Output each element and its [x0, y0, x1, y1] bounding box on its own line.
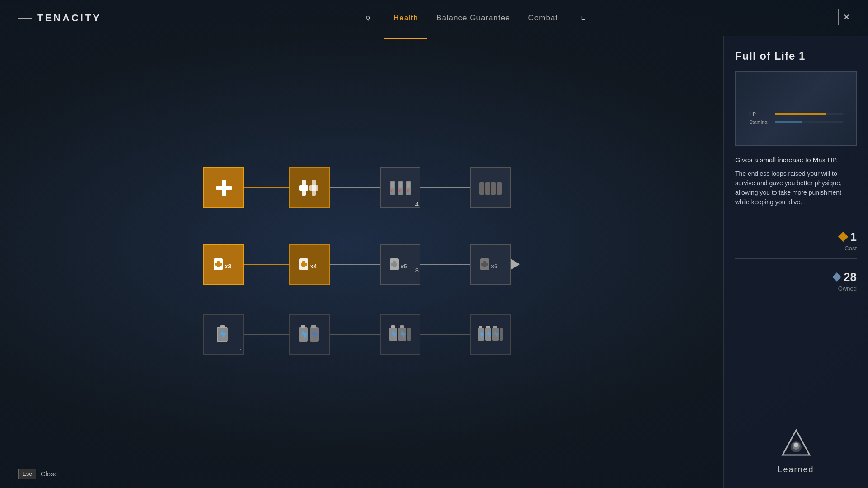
skill-node-r3c2[interactable] — [289, 314, 330, 355]
right-key[interactable]: E — [576, 11, 590, 25]
badge-r1c3: 4 — [415, 201, 419, 208]
svg-rect-15 — [312, 180, 316, 196]
skill-node-r3c3[interactable] — [380, 314, 420, 355]
learned-icon-container — [780, 428, 812, 461]
hp-label: HP — [749, 111, 772, 117]
svg-rect-50 — [220, 325, 225, 328]
stamina-bar-row: Stamina — [749, 119, 843, 125]
skill-tree-area: ♥ ♥ ♥ 4 ♥ ♥ ♥ ♥ — [0, 36, 723, 488]
header: TENACITY Q Health Balance Guarantee Comb… — [0, 0, 868, 36]
vials4-icon: ♥ ♥ ♥ ♥ — [478, 178, 503, 198]
svg-rect-59 — [407, 328, 411, 341]
skill-node-r1c4[interactable]: ♥ ♥ ♥ ♥ — [470, 167, 511, 208]
svg-rect-56 — [391, 325, 395, 328]
svg-text:♥: ♥ — [480, 188, 482, 192]
cost-value: 1 — [850, 230, 857, 244]
svg-text:♥: ♥ — [406, 188, 409, 193]
medkit-x6-icon: x6 — [479, 255, 502, 274]
close-label: Close — [41, 470, 58, 478]
skill-node-r1c3[interactable]: ♥ ♥ ♥ 4 — [380, 167, 420, 208]
owned-label: Owned — [834, 285, 857, 292]
skill-grid: ♥ ♥ ♥ 4 ♥ ♥ ♥ ♥ — [190, 154, 561, 371]
close-button[interactable]: ✕ — [838, 9, 854, 25]
svg-text:x4: x4 — [310, 263, 317, 270]
title-dash — [18, 18, 32, 19]
skill-description: Gives a small increase to Max HP. The en… — [735, 155, 857, 207]
hp-bar-bg — [775, 113, 843, 115]
svg-rect-35 — [215, 263, 222, 266]
svg-rect-39 — [301, 263, 307, 266]
svg-rect-19 — [399, 182, 402, 188]
battery3-icon — [388, 324, 412, 344]
footer: Esc Close — [18, 469, 58, 479]
left-key[interactable]: Q — [361, 11, 375, 25]
svg-text:♥: ♥ — [390, 188, 392, 193]
cost-label: Cost — [840, 245, 857, 252]
cost-diamond-icon — [838, 232, 848, 242]
svg-rect-54 — [311, 325, 316, 328]
svg-rect-63 — [486, 326, 490, 328]
svg-text:♥: ♥ — [486, 188, 488, 192]
tab-combat[interactable]: Combat — [519, 10, 567, 26]
owned-row: 28 Owned — [735, 270, 857, 292]
skill-node-r2c4[interactable]: x6 — [470, 244, 511, 285]
preview-bars: HP Stamina — [749, 111, 843, 127]
medkit-x5-icon: x5 — [389, 255, 411, 274]
svg-rect-13 — [302, 180, 306, 196]
tab-health[interactable]: Health — [384, 10, 427, 26]
divider-1 — [735, 223, 857, 223]
battery2-icon — [298, 324, 321, 344]
svg-rect-43 — [391, 263, 397, 266]
svg-rect-17 — [391, 182, 394, 188]
detail-panel: Full of Life 1 HP Stamina Gives a sma — [723, 36, 868, 488]
nav-tabs: Q Health Balance Guarantee Combat E — [128, 10, 823, 26]
hp-bar-fill — [775, 113, 826, 115]
learned-label: Learned — [778, 465, 814, 474]
svg-point-70 — [794, 443, 798, 447]
title-section: TENACITY — [0, 12, 101, 24]
skill-node-r1c1[interactable] — [203, 167, 244, 208]
tab-balance[interactable]: Balance Guarantee — [427, 10, 519, 26]
esc-key: Esc — [18, 469, 36, 479]
skill-node-r2c3[interactable]: x5 8 — [380, 244, 420, 285]
svg-rect-61 — [479, 326, 482, 328]
svg-rect-52 — [301, 325, 305, 328]
description-title: Gives a small increase to Max HP. — [735, 155, 857, 165]
svg-rect-11 — [222, 180, 226, 196]
hp-bar-row: HP — [749, 111, 843, 117]
svg-text:♥: ♥ — [398, 188, 401, 193]
medkit-x4-icon: x4 — [298, 255, 321, 274]
skill-node-r3c1[interactable]: 1 — [203, 314, 244, 355]
battery4-icon — [477, 324, 504, 344]
game-title: TENACITY — [37, 12, 101, 24]
svg-text:x3: x3 — [225, 263, 231, 270]
svg-text:♥: ♥ — [491, 188, 494, 192]
learned-section: Learned — [735, 419, 857, 474]
skill-node-r2c2[interactable]: x4 — [289, 244, 330, 285]
owned-diamond-icon — [832, 272, 841, 282]
learned-icon — [780, 428, 812, 460]
skill-node-r1c2[interactable] — [289, 167, 330, 208]
skill-preview: HP Stamina — [735, 71, 857, 146]
svg-text:x5: x5 — [401, 263, 407, 270]
bandage-icon — [214, 178, 234, 198]
description-body: The endless loops raised your will to su… — [735, 170, 842, 206]
stamina-bar-bg — [775, 121, 843, 123]
svg-text:♥: ♥ — [497, 188, 500, 192]
battery1-icon — [214, 324, 234, 344]
skill-node-r3c4[interactable] — [470, 314, 511, 355]
skill-node-r2c1[interactable]: x3 — [203, 244, 244, 285]
main-content: ♥ ♥ ♥ 4 ♥ ♥ ♥ ♥ — [0, 36, 868, 488]
owned-value: 28 — [844, 270, 857, 284]
badge-r2c3: 8 — [415, 267, 419, 274]
skill-name: Full of Life 1 — [735, 50, 857, 62]
vials3-icon: ♥ ♥ ♥ — [388, 178, 413, 198]
svg-marker-9 — [511, 259, 520, 270]
svg-rect-66 — [500, 328, 503, 341]
cost-row: 1 Cost — [735, 230, 857, 252]
svg-rect-65 — [493, 326, 497, 328]
stamina-label: Stamina — [749, 119, 772, 125]
divider-2 — [735, 258, 857, 259]
svg-text:x6: x6 — [491, 263, 497, 270]
stamina-bar-fill — [775, 121, 802, 123]
